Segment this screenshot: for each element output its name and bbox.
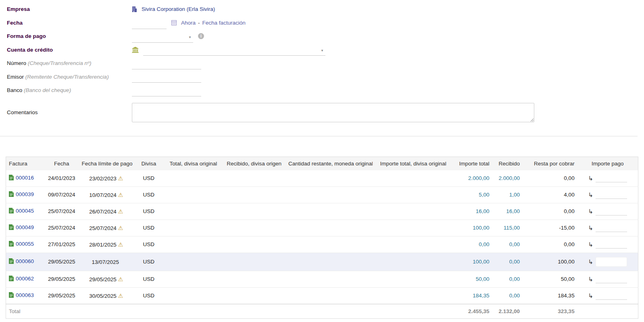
invoice-icon — [9, 292, 14, 298]
invoice-currency: USD — [133, 287, 164, 304]
invoice-amount-total: 2.000,00 — [454, 170, 492, 187]
payment-amount-input[interactable] — [596, 240, 627, 249]
invoice-remaining: -15,00 — [523, 220, 577, 236]
invoice-date: 29/05/2025 — [44, 253, 79, 271]
form-row-payment-type: Forma de pago ▼ i — [7, 29, 638, 43]
col-header-currency[interactable]: Divisa — [133, 157, 164, 170]
number-hint: (Cheque/Transferencia nº) — [28, 60, 92, 66]
invoice-currency: USD — [133, 253, 164, 271]
late-warning-icon: ⚠ — [118, 293, 123, 299]
invoice-due-date: 28/01/2025 — [89, 242, 117, 248]
total-row: Total 2.455,35 2.132,00 323,35 — [6, 304, 638, 318]
invoice-received: 0,00 — [492, 287, 523, 304]
invoice-link[interactable]: 000062 — [16, 276, 34, 282]
date-links-separator: - — [198, 20, 200, 26]
credit-account-select[interactable]: ▼ — [143, 47, 325, 56]
invoice-due-date: 23/02/2023 — [89, 176, 117, 182]
invoice-amount-total: 184,35 — [454, 287, 492, 304]
payment-amount-input[interactable] — [596, 275, 627, 283]
invoice-row: 000062 29/05/2025 29/05/2025⚠ USD 50,00 … — [6, 271, 638, 287]
col-header-payment-amount[interactable]: Importe pago — [577, 157, 638, 170]
cheque-number-input[interactable] — [132, 61, 201, 69]
invoice-due-date: 25/07/2024 — [89, 225, 117, 231]
col-header-date[interactable]: Fecha — [44, 157, 79, 170]
calendar-icon[interactable] — [171, 20, 177, 25]
payment-amount-input[interactable] — [596, 257, 627, 267]
invoice-icon — [9, 191, 14, 197]
invoice-link[interactable]: 000049 — [16, 224, 34, 230]
invoice-amount-total: 100,00 — [454, 253, 492, 271]
payment-amount-input[interactable] — [596, 292, 627, 300]
cheque-issuer-input[interactable] — [132, 75, 201, 83]
company-label: Empresa — [7, 6, 132, 12]
invoice-link[interactable]: 000039 — [16, 191, 34, 197]
payment-amount-input[interactable] — [596, 224, 627, 232]
form-row-comments: Comentarios — [7, 100, 638, 125]
invoice-received: 16,00 — [492, 203, 523, 220]
credit-account-label: Cuenta de crédito — [7, 47, 132, 53]
invoice-link[interactable]: 000045 — [16, 208, 34, 214]
payment-amount-input[interactable] — [596, 191, 627, 199]
total-remaining: 323,35 — [523, 304, 577, 318]
col-header-received[interactable]: Recibido — [492, 157, 523, 170]
col-header-amount-total-orig[interactable]: Importe total, divisa original — [373, 157, 454, 170]
bank-label: Banco — [7, 87, 22, 93]
invoice-link[interactable]: 000063 — [16, 292, 34, 298]
total-amount-total: 2.455,35 — [454, 304, 492, 318]
date-input[interactable] — [132, 21, 167, 29]
date-now-link[interactable]: Ahora — [181, 20, 196, 26]
col-header-remaining-orig[interactable]: Cantidad restante, moneda original — [286, 157, 373, 170]
form-row-issuer: Emisor (Remitente Cheque/Transferencia) — [7, 70, 638, 84]
cheque-bank-input[interactable] — [132, 88, 201, 96]
invoice-currency: USD — [133, 186, 164, 203]
invoice-icon — [9, 175, 14, 180]
form-row-credit-account: Cuenta de crédito ▼ — [7, 43, 638, 57]
date-invoice-date-link[interactable]: Fecha facturación — [202, 20, 246, 26]
invoice-date: 29/05/2025 — [44, 287, 79, 304]
col-header-received-orig[interactable]: Recibido, divisa origen — [223, 157, 286, 170]
table-header-row: Factura Fecha Fecha límite de pago Divis… — [6, 157, 638, 170]
invoice-link[interactable]: 000016 — [16, 175, 34, 181]
invoice-row: 000063 29/05/2025 30/05/2025⚠ USD 184,35… — [6, 287, 638, 304]
invoice-remaining: 4,00 — [523, 186, 577, 203]
invoice-currency: USD — [133, 220, 164, 236]
invoice-received: 115,00 — [492, 220, 523, 236]
late-warning-icon: ⚠ — [118, 208, 123, 215]
col-header-due-date[interactable]: Fecha límite de pago — [79, 157, 133, 170]
payment-type-select[interactable]: ▼ — [132, 34, 193, 43]
chevron-down-icon: ▼ — [188, 36, 193, 40]
invoice-amount-total: 0,00 — [454, 236, 492, 253]
col-header-amount-total[interactable]: Importe total — [454, 157, 492, 170]
invoice-received: 0,00 — [492, 236, 523, 253]
invoice-icon — [9, 208, 14, 213]
invoice-link[interactable]: 000055 — [16, 241, 34, 247]
invoice-amount-total: 100,00 — [454, 220, 492, 236]
invoice-amount-total: 50,00 — [454, 271, 492, 287]
invoice-icon — [9, 276, 14, 281]
col-header-remaining[interactable]: Resta por cobrar — [523, 157, 577, 170]
col-header-invoice[interactable]: Factura — [6, 157, 44, 170]
payment-form: Empresa Sivira Corporation (Erla Sivira)… — [0, 0, 644, 125]
invoice-remaining: 50,00 — [523, 271, 577, 287]
invoice-currency: USD — [133, 271, 164, 287]
payment-amount-input[interactable] — [596, 207, 627, 215]
invoice-date: 24/01/2023 — [44, 170, 79, 187]
company-building-icon — [132, 6, 137, 12]
invoice-remaining: 0,00 — [523, 203, 577, 220]
invoice-link[interactable]: 000060 — [16, 258, 34, 264]
company-link[interactable]: Sivira Corporation (Erla Sivira) — [142, 6, 215, 12]
invoice-received: 0,00 — [492, 271, 523, 287]
col-header-total-orig[interactable]: Total, divisa original — [164, 157, 223, 170]
invoice-row: 000055 27/01/2025 28/01/2025⚠ USD 0,00 0… — [6, 236, 638, 253]
comments-textarea[interactable] — [132, 103, 534, 122]
branch-arrow-icon: ↳ — [588, 191, 594, 198]
late-warning-icon: ⚠ — [118, 192, 123, 198]
form-row-number: Número (Cheque/Transferencia nº) — [7, 56, 638, 70]
invoice-icon — [9, 258, 14, 264]
invoice-due-date: 30/05/2025 — [89, 293, 117, 299]
payment-amount-input[interactable] — [596, 174, 627, 182]
invoice-received: 2.000,00 — [492, 170, 523, 187]
form-row-company: Empresa Sivira Corporation (Erla Sivira) — [7, 2, 638, 16]
comments-label: Comentarios — [7, 109, 132, 115]
invoice-date: 25/07/2024 — [44, 220, 79, 236]
